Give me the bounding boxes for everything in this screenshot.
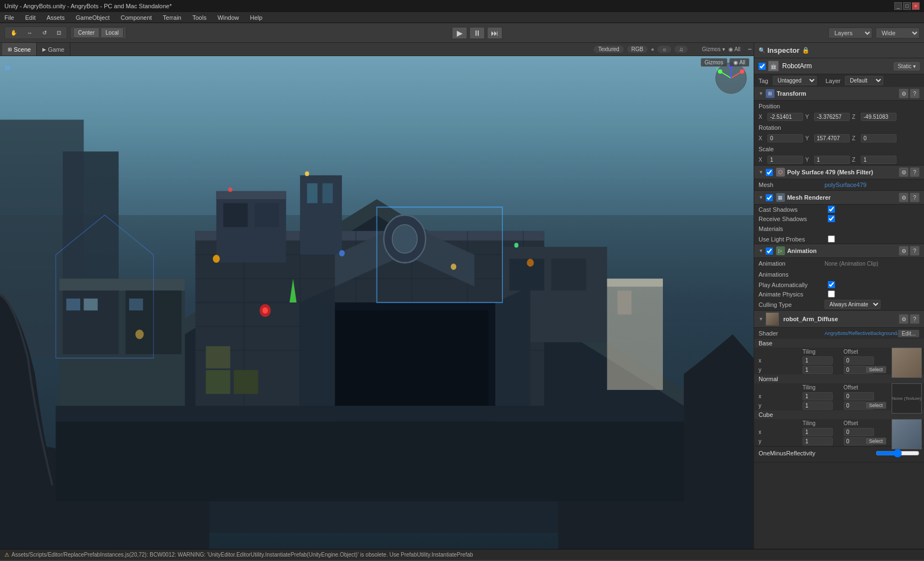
cube-select-btn[interactable]: Select xyxy=(865,437,887,445)
main-layout: ⊞ Scene ▶ Game Textured RGB ● ☼ ♫ Gizmos… xyxy=(0,43,924,549)
scene-svg xyxy=(0,56,754,549)
inspector-lock-icon[interactable]: 🔒 xyxy=(802,47,810,54)
scene-minimize-btn[interactable]: ━ xyxy=(748,46,751,52)
cube-tiling-y[interactable] xyxy=(803,437,833,446)
minimize-btn[interactable]: _ xyxy=(894,2,902,10)
object-active-checkbox[interactable] xyxy=(759,63,766,70)
cast-shadows-checkbox[interactable] xyxy=(828,206,835,213)
all-label: ◉ All xyxy=(728,46,740,52)
mesh-renderer-checkbox[interactable] xyxy=(766,194,773,201)
animation-header[interactable]: ▼ ▷ Animation ⚙ ? xyxy=(754,244,924,258)
mesh-filter-settings-btn[interactable]: ⚙ xyxy=(899,167,909,177)
textured-btn[interactable]: Textured xyxy=(594,46,623,53)
menu-window[interactable]: Window xyxy=(215,13,241,22)
view-tab-bar: ⊞ Scene ▶ Game Textured RGB ● ☼ ♫ Gizmos… xyxy=(0,43,754,56)
layer-select[interactable]: Default xyxy=(845,76,883,85)
scene-viewport[interactable]: X Y Z » Gizmos ◉ All xyxy=(0,56,754,549)
material-preview-icon xyxy=(766,312,779,326)
scale-tool-btn[interactable]: ⊡ xyxy=(52,28,65,37)
normal-tiling-y[interactable] xyxy=(803,402,833,410)
pos-z-field[interactable] xyxy=(861,113,897,121)
menu-edit[interactable]: Edit xyxy=(23,13,38,22)
hand-tool-btn[interactable]: ✋ xyxy=(6,28,21,37)
pos-x-field[interactable] xyxy=(767,113,803,121)
gizmos-btn[interactable]: Gizmos xyxy=(701,58,727,67)
tag-label: Tag xyxy=(759,78,768,84)
mesh-filter-header[interactable]: ▼ ⬡ Poly Surface 479 (Mesh Filter) ⚙ ? xyxy=(754,166,924,179)
scene-tab-controls: Textured RGB ● ☼ ♫ Gizmos ▾ ◉ All ━ xyxy=(594,46,751,53)
cube-offset-x[interactable] xyxy=(844,428,874,436)
layers-select[interactable]: Layers xyxy=(828,28,872,38)
menu-tools[interactable]: Tools xyxy=(190,13,209,22)
edit-shader-btn[interactable]: Edit... xyxy=(898,329,920,338)
material-settings-btn[interactable]: ⚙ xyxy=(899,314,909,324)
base-offset-x[interactable] xyxy=(844,356,874,365)
maximize-btn[interactable]: □ xyxy=(903,2,911,10)
tag-select[interactable]: Untagged xyxy=(773,76,817,85)
scene-tab[interactable]: ⊞ Scene xyxy=(2,43,37,56)
animation-checkbox[interactable] xyxy=(766,248,773,255)
normal-tiling-x[interactable] xyxy=(803,392,833,400)
base-x-row: x xyxy=(754,356,889,365)
menu-terrain[interactable]: Terrain xyxy=(161,13,184,22)
menu-gameobject[interactable]: GameObject xyxy=(74,13,112,22)
svg-rect-55 xyxy=(617,290,631,314)
scale-z-field[interactable] xyxy=(861,156,897,164)
collapse-btn[interactable]: » xyxy=(4,61,10,73)
fx-btn[interactable]: ☼ xyxy=(657,46,671,53)
game-tab[interactable]: ▶ Game xyxy=(37,43,70,56)
menu-help[interactable]: Help xyxy=(248,13,265,22)
base-content: Tiling Offset x y Select xyxy=(754,348,924,375)
mesh-filter-help-btn[interactable]: ? xyxy=(910,167,920,177)
transform-help-btn[interactable]: ? xyxy=(910,89,920,98)
rotate-tool-btn[interactable]: ↺ xyxy=(38,28,51,37)
normal-offset-x[interactable] xyxy=(844,392,874,400)
layout-select[interactable]: Wide xyxy=(876,28,920,38)
use-light-probes-checkbox[interactable] xyxy=(828,235,835,243)
rot-y-field[interactable] xyxy=(814,134,850,142)
mesh-renderer-help-btn[interactable]: ? xyxy=(910,193,920,202)
play-btn[interactable]: ▶ xyxy=(452,27,467,39)
step-btn[interactable]: ⏭ xyxy=(487,27,502,39)
close-btn[interactable]: × xyxy=(912,2,920,10)
all-btn[interactable]: ◉ All xyxy=(729,58,749,67)
static-dropdown[interactable]: Static ▾ xyxy=(894,62,920,70)
material-help-btn[interactable]: ? xyxy=(910,314,920,324)
left-panel: ⊞ Scene ▶ Game Textured RGB ● ☼ ♫ Gizmos… xyxy=(0,43,754,549)
one-minus-slider[interactable] xyxy=(876,449,920,458)
mesh-renderer-header[interactable]: ▼ ▦ Mesh Renderer ⚙ ? xyxy=(754,191,924,205)
pos-y-field[interactable] xyxy=(814,113,850,121)
base-tiling-x[interactable] xyxy=(803,356,833,365)
pause-btn[interactable]: ⏸ xyxy=(469,27,485,39)
gizmos-label: Gizmos ▾ xyxy=(702,46,725,52)
mesh-filter-checkbox[interactable] xyxy=(766,169,773,176)
mesh-renderer-title: Mesh Renderer xyxy=(787,194,831,201)
window-controls[interactable]: _ □ × xyxy=(894,2,920,10)
animation-help-btn[interactable]: ? xyxy=(910,246,920,256)
space-btn[interactable]: Local xyxy=(101,28,124,38)
rot-x-field[interactable] xyxy=(767,134,803,142)
rot-z-field[interactable] xyxy=(861,134,897,142)
culling-type-select[interactable]: Always Animate xyxy=(825,300,881,309)
audio-btn[interactable]: ♫ xyxy=(674,46,688,53)
material-header[interactable]: ▼ robot_Arm_Diffuse ⚙ ? xyxy=(754,311,924,328)
base-tiling-y[interactable] xyxy=(803,366,833,374)
pivot-btn[interactable]: Center xyxy=(73,28,99,38)
normal-select-btn[interactable]: Select xyxy=(865,402,887,409)
animation-settings-btn[interactable]: ⚙ xyxy=(899,246,909,256)
scale-x-field[interactable] xyxy=(767,156,803,164)
move-tool-btn[interactable]: ↔ xyxy=(23,28,37,37)
transform-header[interactable]: ▼ ⊞ Transform ⚙ ? xyxy=(754,87,924,101)
cube-tiling-x[interactable] xyxy=(803,428,833,436)
rgb-btn[interactable]: RGB xyxy=(627,46,648,53)
base-select-btn[interactable]: Select xyxy=(865,366,887,373)
play-auto-checkbox[interactable] xyxy=(828,281,835,288)
animate-physics-checkbox[interactable] xyxy=(828,290,835,298)
receive-shadows-checkbox[interactable] xyxy=(828,215,835,222)
menu-file[interactable]: File xyxy=(2,13,16,22)
mesh-renderer-settings-btn[interactable]: ⚙ xyxy=(899,193,909,202)
scale-y-field[interactable] xyxy=(814,156,850,164)
menu-component[interactable]: Component xyxy=(118,13,154,22)
menu-assets[interactable]: Assets xyxy=(45,13,67,22)
transform-settings-btn[interactable]: ⚙ xyxy=(899,89,909,98)
